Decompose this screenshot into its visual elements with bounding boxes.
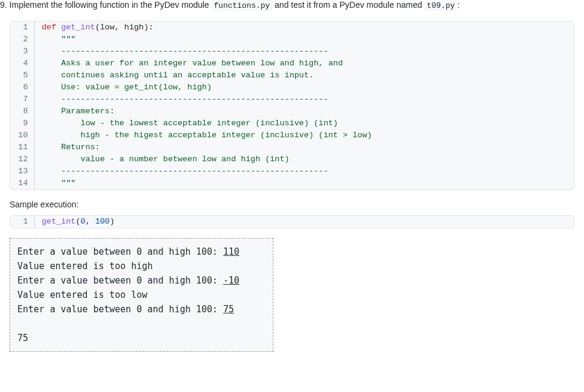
line-number: 10 [10,129,34,141]
question-part3: : [457,0,460,10]
output-prompt: Enter a value between 0 and high 100: [17,246,223,257]
code-line: """ [34,34,574,46]
code-line: Use: value = get_int(low, high) [34,82,574,94]
code-line: ----------------------------------------… [34,46,574,58]
output-prompt: Value entered is too high [17,261,153,272]
line-number: 4 [10,58,34,70]
line-number: 13 [10,165,34,177]
user-input: -10 [223,275,239,286]
user-input: 110 [223,246,239,257]
line-number: 12 [10,153,34,165]
sample-execution-label: Sample execution: [10,200,574,209]
line-number: 3 [10,46,34,58]
line-number: 9 [10,117,34,129]
line-number: 8 [10,105,34,117]
output-line [17,316,266,331]
line-number: 1 [10,216,34,228]
code-inline-1: functions.py [212,1,273,11]
line-number: 1 [10,22,34,34]
output-prompt: 75 [17,333,28,343]
code-table: 1def get_int(low, high):2 """3 ---------… [10,22,574,189]
code-block-function-def: 1def get_int(low, high):2 """3 ---------… [10,21,574,190]
output-line: 75 [17,331,266,345]
code-line: ----------------------------------------… [34,94,574,105]
code-line: continues asking until an acceptable val… [34,70,574,82]
line-number: 7 [10,94,34,105]
question-part1: Implement the following function in the … [10,0,212,10]
code-inline-2: t09.py [425,1,457,11]
output-prompt: Enter a value between 0 and high 100: [17,275,223,286]
output-line: Value entered is too low [17,288,266,302]
output-line: Enter a value between 0 and high 100: 11… [17,245,266,259]
code-block-sample-call: 1get_int(0, 100) [10,215,574,228]
line-number: 5 [10,70,34,82]
code-line: low - the lowest acceptable integer (inc… [34,117,574,129]
output-line: Value entered is too high [17,259,266,273]
question-number: 9. [0,0,7,10]
code-line: """ [34,177,574,189]
code-line: get_int(0, 100) [34,216,574,228]
line-number: 2 [10,34,34,46]
output-prompt: Enter a value between 0 and high 100: [17,304,223,315]
user-input: 75 [223,304,234,315]
question-part2: and test it from a PyDev module named [272,0,425,10]
output-prompt: Value entered is too low [17,290,147,300]
output-line: Enter a value between 0 and high 100: -1… [17,273,266,288]
question-text: 9. Implement the following function in t… [0,0,584,15]
output-line: Enter a value between 0 and high 100: 75 [17,302,266,316]
code-line: value - a number between low and high (i… [34,153,574,165]
code-line: Returns: [34,141,574,153]
code-table: 1get_int(0, 100) [10,216,574,228]
code-line: Parameters: [34,105,574,117]
code-line: Asks a user for an integer value between… [34,58,574,70]
code-line: high - the higest acceptable integer (in… [34,129,574,141]
code-line: def get_int(low, high): [34,22,574,34]
output-box: Enter a value between 0 and high 100: 11… [10,238,273,352]
line-number: 14 [10,177,34,189]
code-line: ----------------------------------------… [34,165,574,177]
line-number: 11 [10,141,34,153]
line-number: 6 [10,82,34,94]
